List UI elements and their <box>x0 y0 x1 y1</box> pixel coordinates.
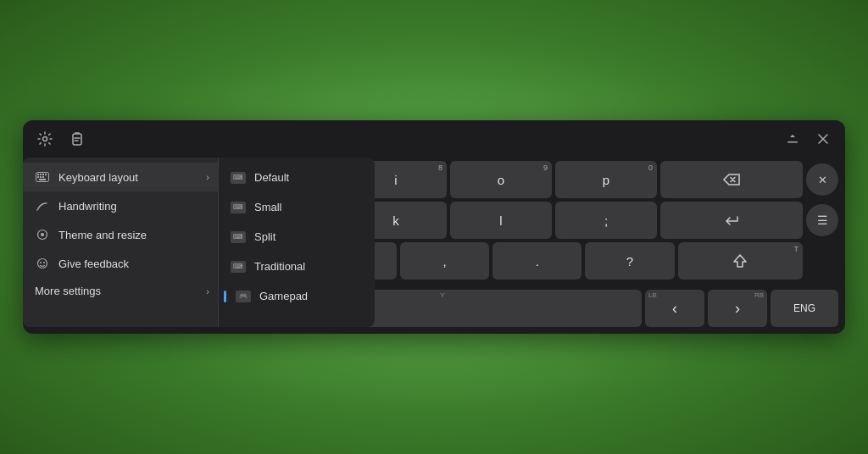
rb-badge: RB <box>754 291 764 299</box>
svg-point-15 <box>40 262 42 263</box>
key-num-i: 8 <box>438 163 442 172</box>
menu-label-keyboard-layout: Keyboard layout <box>58 171 138 184</box>
menu-arrow-more: › <box>206 286 209 296</box>
handwriting-icon <box>35 198 50 213</box>
svg-rect-7 <box>45 174 47 175</box>
submenu-item-default[interactable]: ⌨ Default <box>219 163 375 192</box>
key-period[interactable]: . <box>492 242 581 280</box>
key-menu[interactable]: ☰ <box>806 204 838 236</box>
submenu-label-gamepad: Gamepad <box>259 290 308 302</box>
submenu-label-split: Split <box>254 230 275 243</box>
key-label-o: o <box>498 173 504 187</box>
feedback-icon <box>35 256 50 271</box>
menu-item-handwriting[interactable]: Handwriting <box>23 191 218 220</box>
menu-arrow-keyboard: › <box>206 172 209 182</box>
submenu-label-default: Default <box>254 171 289 184</box>
svg-rect-8 <box>37 176 39 178</box>
key-close[interactable]: ✕ <box>806 163 838 196</box>
menu-item-theme[interactable]: Theme and resize <box>23 220 218 249</box>
submenu-label-traditional: Traditional <box>254 260 305 273</box>
close-button[interactable] <box>811 127 835 151</box>
sub-icon-default: ⌨ <box>231 172 246 184</box>
svg-rect-5 <box>40 174 42 175</box>
menu-label-handwriting: Handwriting <box>58 200 117 213</box>
svg-point-0 <box>43 137 47 141</box>
svg-rect-9 <box>40 176 42 178</box>
sub-icon-small: ⌨ <box>231 202 246 213</box>
key-enter[interactable] <box>660 202 803 239</box>
key-right-arrow[interactable]: RB › <box>708 290 767 327</box>
svg-rect-2 <box>787 141 798 143</box>
key-comma3[interactable]: , <box>400 242 489 280</box>
shift-icon <box>732 253 748 269</box>
lb-badge: LB <box>648 291 657 299</box>
key-o[interactable]: 9 o <box>450 161 552 198</box>
right-arrow-label: › <box>735 300 740 318</box>
left-arrow-label: ‹ <box>672 300 677 318</box>
backspace-icon <box>722 173 741 186</box>
menu-label-more-settings: More settings <box>35 285 101 297</box>
submenu-item-traditional[interactable]: ⌨ Traditional <box>219 252 375 281</box>
svg-point-13 <box>41 233 44 236</box>
y-badge: Y <box>440 291 444 299</box>
submenu-item-small[interactable]: ⌨ Small <box>219 192 375 222</box>
menu-item-keyboard-layout[interactable]: Keyboard layout › <box>23 163 218 191</box>
keyboard-container: Keyboard layout › Handwriting <box>23 120 845 334</box>
key-question[interactable]: ? <box>585 242 674 280</box>
menu-label-theme: Theme and resize <box>58 229 147 241</box>
menu-label-feedback: Give feedback <box>58 257 129 270</box>
key-p[interactable]: 0 p <box>555 161 657 198</box>
keyboard-body: Keyboard layout › Handwriting <box>23 158 845 286</box>
minimize-button[interactable] <box>781 127 804 151</box>
submenu-item-gamepad[interactable]: 🎮 Gamepad <box>219 281 375 311</box>
theme-icon <box>35 227 50 242</box>
left-menu: Keyboard layout › Handwriting <box>23 158 218 327</box>
key-label-comma2: ; <box>604 213 608 228</box>
menu-icon-label: ☰ <box>817 213 828 227</box>
top-bar-left <box>33 127 89 151</box>
menu-item-feedback[interactable]: Give feedback <box>23 249 218 278</box>
key-label-comma3: , <box>442 254 446 269</box>
sub-icon-gamepad: 🎮 <box>236 291 251 302</box>
svg-point-14 <box>38 259 47 269</box>
key-shift[interactable]: T <box>678 242 803 280</box>
key-num-p: 0 <box>648 163 653 172</box>
submenu-label-small: Small <box>254 201 282 213</box>
settings-icon[interactable] <box>33 127 57 151</box>
close-label: ✕ <box>818 174 827 186</box>
selected-indicator <box>224 291 226 302</box>
key-num-o: 9 <box>543 163 548 172</box>
svg-rect-6 <box>42 174 44 175</box>
svg-rect-11 <box>39 179 46 180</box>
svg-rect-10 <box>42 176 44 178</box>
right-submenu: ⌨ Default ⌨ Small ⌨ Split ⌨ Traditional <box>218 158 375 327</box>
key-left-arrow[interactable]: LB ‹ <box>645 290 704 327</box>
key-label-i: i <box>394 173 397 187</box>
key-label-k: k <box>392 213 399 228</box>
key-label-period: . <box>536 254 539 269</box>
keyboard-icon <box>35 169 50 185</box>
top-bar <box>23 120 845 158</box>
clipboard-icon[interactable] <box>65 127 89 151</box>
submenu-item-split[interactable]: ⌨ Split <box>219 222 375 252</box>
language-label: ENG <box>793 302 815 314</box>
svg-rect-1 <box>73 134 81 145</box>
key-language[interactable]: ENG <box>771 290 838 327</box>
enter-icon <box>723 213 740 227</box>
top-bar-right <box>781 127 835 151</box>
svg-rect-4 <box>37 174 39 175</box>
svg-point-16 <box>43 262 45 263</box>
dropdown-overlay: Keyboard layout › Handwriting <box>23 158 387 286</box>
sub-icon-split: ⌨ <box>231 231 246 243</box>
key-l[interactable]: l <box>450 202 552 239</box>
key-comma2[interactable]: ; <box>555 202 657 239</box>
shift-badge: T <box>793 245 798 253</box>
menu-item-more-settings[interactable]: More settings › <box>23 278 218 304</box>
key-label-p: p <box>603 173 609 187</box>
sub-icon-traditional: ⌨ <box>231 261 246 273</box>
key-label-l: l <box>499 213 502 228</box>
key-backspace[interactable] <box>660 161 803 198</box>
key-label-question: ? <box>626 254 633 269</box>
